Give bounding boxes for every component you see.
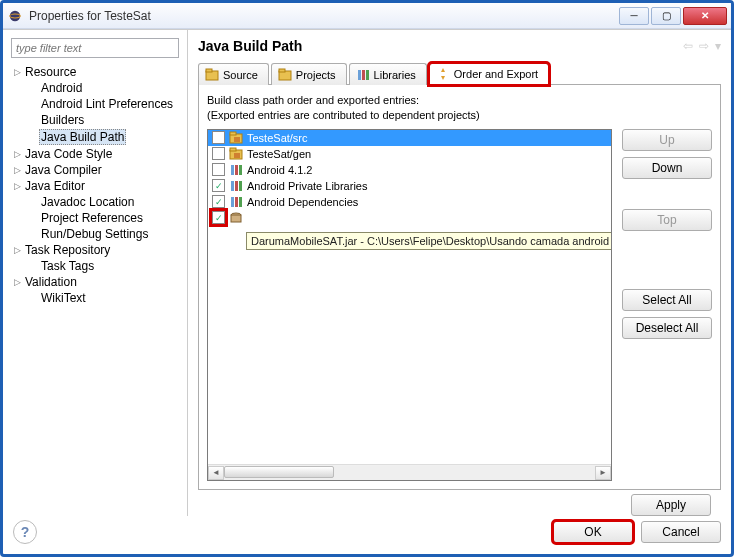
apply-button[interactable]: Apply [631,494,711,516]
down-button[interactable]: Down [622,157,712,179]
checkbox[interactable] [212,163,225,176]
list-item[interactable]: Android 4.1.2 [208,162,611,178]
titlebar: Properties for TesteSat ─ ▢ ✕ [3,3,731,29]
entries-list[interactable]: TesteSat/srcTesteSat/genAndroid 4.1.2✓An… [207,129,612,481]
list-item[interactable]: TesteSat/gen [208,146,611,162]
svg-rect-16 [235,165,238,175]
svg-rect-6 [358,70,361,80]
tree-item-label: Java Build Path [39,129,126,145]
properties-window: Properties for TesteSat ─ ▢ ✕ ▷ResourceA… [0,0,734,557]
scroll-right-icon[interactable]: ► [595,466,611,480]
content-area: ▷ResourceAndroidAndroid Lint Preferences… [3,29,731,516]
expand-icon[interactable]: ▷ [11,245,23,255]
jar-icon [229,211,243,225]
minimize-button[interactable]: ─ [619,7,649,25]
tree-item[interactable]: Android Lint Preferences [11,96,187,112]
list-item-label: Android 4.1.2 [247,164,312,176]
tree-item-label: Android [39,81,84,95]
h-scrollbar[interactable]: ◄ ► [208,464,611,480]
svg-rect-3 [206,69,212,72]
cancel-button[interactable]: Cancel [641,521,721,543]
scroll-thumb[interactable] [224,466,334,478]
checkbox[interactable]: ✓ [212,211,225,224]
tree-item-label: Task Repository [23,243,112,257]
tree-item[interactable]: Builders [11,112,187,128]
list-item[interactable]: ✓ [208,210,611,226]
close-button[interactable]: ✕ [683,7,727,25]
svg-rect-7 [362,70,365,80]
svg-rect-22 [235,197,238,207]
tree-item[interactable]: Project References [11,210,187,226]
list-item-label: TesteSat/gen [247,148,311,160]
nav-menu-icon[interactable]: ▾ [715,39,721,53]
library-icon [229,179,243,193]
svg-rect-10 [230,132,236,135]
apply-row: Apply [198,490,721,516]
tree-item[interactable]: Android [11,80,187,96]
list-item-label: Android Dependencies [247,196,358,208]
deselect-all-button[interactable]: Deselect All [622,317,712,339]
tree-item-label: Run/Debug Settings [39,227,150,241]
tree-item[interactable]: ▷Validation [11,274,187,290]
tree-item[interactable]: ▷Java Compiler [11,162,187,178]
main-panel: Java Build Path ⇦ ⇨ ▾ Source Projects [188,30,731,516]
tree-item-label: Project References [39,211,145,225]
select-all-button[interactable]: Select All [622,289,712,311]
svg-rect-21 [231,197,234,207]
tree-item[interactable]: ▷Java Code Style [11,146,187,162]
tree-item[interactable]: ▷Task Repository [11,242,187,258]
eclipse-icon [7,8,23,24]
checkbox[interactable]: ✓ [212,179,225,192]
tree-item-label: Java Code Style [23,147,114,161]
tree-item[interactable]: ▷Resource [11,64,187,80]
list-item[interactable]: ✓Android Dependencies [208,194,611,210]
tree-item[interactable]: WikiText [11,290,187,306]
window-title: Properties for TesteSat [29,9,619,23]
libraries-icon [356,68,370,82]
filter-input[interactable] [11,38,179,58]
expand-icon[interactable]: ▷ [11,67,23,77]
tree-item[interactable]: ▷Java Editor [11,178,187,194]
nav-arrows: ⇦ ⇨ ▾ [683,39,721,53]
svg-rect-8 [366,70,369,80]
expand-icon[interactable]: ▷ [11,277,23,287]
tree-item[interactable]: Task Tags [11,258,187,274]
up-button[interactable]: Up [622,129,712,151]
maximize-button[interactable]: ▢ [651,7,681,25]
back-icon[interactable]: ⇦ [683,39,693,53]
scroll-left-icon[interactable]: ◄ [208,466,224,480]
tab-order-export[interactable]: Order and Export [429,63,549,85]
tab-libraries[interactable]: Libraries [349,63,427,85]
svg-rect-19 [235,181,238,191]
checkbox[interactable] [212,147,225,160]
settings-tree[interactable]: ▷ResourceAndroidAndroid Lint Preferences… [11,64,187,508]
list-item-label: TesteSat/src [247,132,308,144]
tree-item[interactable]: Javadoc Location [11,194,187,210]
tab-projects[interactable]: Projects [271,63,347,85]
top-button[interactable]: Top [622,209,712,231]
expand-icon[interactable]: ▷ [11,149,23,159]
expand-icon[interactable]: ▷ [11,165,23,175]
svg-rect-15 [231,165,234,175]
checkbox[interactable] [212,131,225,144]
sidebar: ▷ResourceAndroidAndroid Lint Preferences… [3,30,188,516]
scroll-track[interactable] [224,466,595,480]
tab-source[interactable]: Source [198,63,269,85]
list-item-label: Android Private Libraries [247,180,367,192]
svg-rect-13 [230,148,236,151]
svg-rect-25 [231,215,241,222]
list-item[interactable]: TesteSat/src [208,130,611,146]
ok-button[interactable]: OK [553,521,633,543]
tree-item-label: Resource [23,65,78,79]
tree-item-label: Android Lint Preferences [39,97,175,111]
list-item[interactable]: ✓Android Private Libraries [208,178,611,194]
forward-icon[interactable]: ⇨ [699,39,709,53]
help-icon[interactable]: ? [13,520,37,544]
tree-item-label: Java Compiler [23,163,104,177]
tree-item[interactable]: Java Build Path [11,128,187,146]
checkbox[interactable]: ✓ [212,195,225,208]
expand-icon[interactable]: ▷ [11,181,23,191]
svg-rect-14 [234,153,240,158]
bottom-bar: ? OK Cancel [3,516,731,554]
tree-item[interactable]: Run/Debug Settings [11,226,187,242]
